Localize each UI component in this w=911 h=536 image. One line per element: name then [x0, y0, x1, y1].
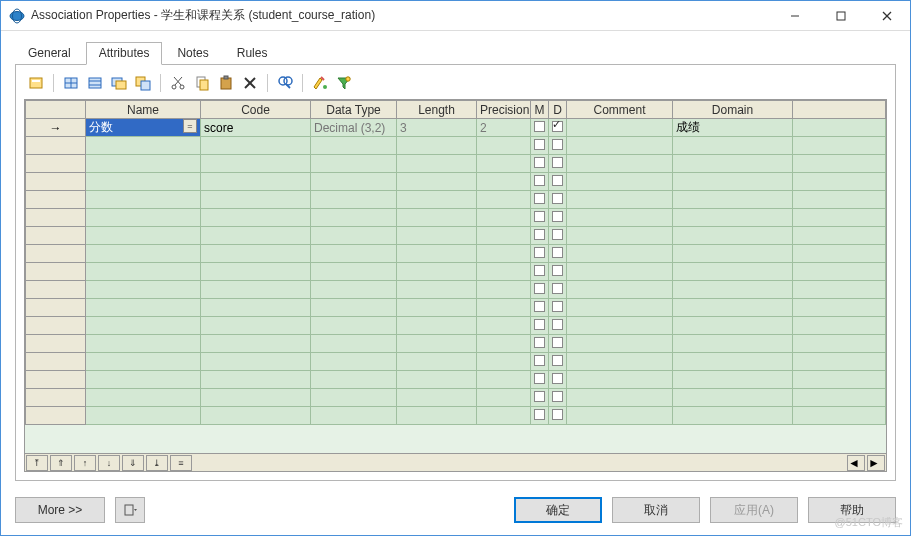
cell-length[interactable]	[397, 317, 477, 335]
cell-name[interactable]	[86, 209, 201, 227]
cell-length[interactable]	[397, 209, 477, 227]
m-checkbox[interactable]	[534, 355, 545, 366]
nav-last-icon[interactable]: ⤓	[146, 455, 168, 471]
cell-code[interactable]	[201, 407, 311, 425]
cell-comment[interactable]	[567, 335, 673, 353]
cell-precision[interactable]	[477, 281, 531, 299]
cell-domain[interactable]	[673, 299, 793, 317]
col-header-precision[interactable]: Precision	[477, 101, 531, 119]
cell-m[interactable]	[531, 371, 549, 389]
cell-comment[interactable]	[567, 137, 673, 155]
cell-m[interactable]	[531, 119, 549, 137]
cell-comment[interactable]	[567, 209, 673, 227]
cell-d[interactable]	[549, 353, 567, 371]
m-checkbox[interactable]	[534, 301, 545, 312]
col-header-name[interactable]: Name	[86, 101, 201, 119]
apply-button[interactable]: 应用(A)	[710, 497, 798, 523]
col-header-length[interactable]: Length	[397, 101, 477, 119]
cell-domain[interactable]	[673, 353, 793, 371]
m-checkbox[interactable]	[534, 373, 545, 384]
d-checkbox[interactable]	[552, 391, 563, 402]
cell-code[interactable]	[201, 137, 311, 155]
row-header[interactable]	[26, 353, 86, 371]
cell-length[interactable]	[397, 137, 477, 155]
cell-comment[interactable]	[567, 173, 673, 191]
cell-d[interactable]	[549, 263, 567, 281]
cell-datatype[interactable]	[311, 263, 397, 281]
cell-precision[interactable]	[477, 317, 531, 335]
cell-domain[interactable]	[673, 371, 793, 389]
d-checkbox[interactable]	[552, 139, 563, 150]
cell-code[interactable]	[201, 209, 311, 227]
delete-icon[interactable]	[240, 73, 260, 93]
cell-name[interactable]	[86, 389, 201, 407]
m-checkbox[interactable]	[534, 337, 545, 348]
filter-icon[interactable]	[334, 73, 354, 93]
col-header-code[interactable]: Code	[201, 101, 311, 119]
cell-comment[interactable]	[567, 281, 673, 299]
row-header[interactable]	[26, 389, 86, 407]
cell-d[interactable]	[549, 299, 567, 317]
m-checkbox[interactable]	[534, 175, 545, 186]
cell-name[interactable]	[86, 245, 201, 263]
add-rows-icon[interactable]	[109, 73, 129, 93]
cell-comment[interactable]	[567, 191, 673, 209]
cell-code[interactable]	[201, 191, 311, 209]
paste-icon[interactable]	[216, 73, 236, 93]
m-checkbox[interactable]	[534, 391, 545, 402]
cell-length[interactable]	[397, 155, 477, 173]
d-checkbox[interactable]	[552, 319, 563, 330]
cell-length[interactable]	[397, 281, 477, 299]
cell-code[interactable]	[201, 227, 311, 245]
copy-icon[interactable]	[192, 73, 212, 93]
row-header[interactable]	[26, 155, 86, 173]
cell-m[interactable]	[531, 407, 549, 425]
cell-precision[interactable]: 2	[477, 119, 531, 137]
cell-m[interactable]	[531, 317, 549, 335]
cell-datatype[interactable]	[311, 389, 397, 407]
d-checkbox[interactable]	[552, 229, 563, 240]
close-button[interactable]	[864, 1, 910, 31]
cell-domain[interactable]	[673, 245, 793, 263]
grid-corner[interactable]	[26, 101, 86, 119]
cell-comment[interactable]	[567, 119, 673, 137]
cell-precision[interactable]	[477, 173, 531, 191]
row-header[interactable]	[26, 371, 86, 389]
cell-precision[interactable]	[477, 389, 531, 407]
d-checkbox[interactable]	[552, 355, 563, 366]
cut-icon[interactable]	[168, 73, 188, 93]
properties-icon[interactable]	[26, 73, 46, 93]
nav-pagedown-icon[interactable]: ⇓	[122, 455, 144, 471]
cell-m[interactable]	[531, 281, 549, 299]
ok-button[interactable]: 确定	[514, 497, 602, 523]
cell-m[interactable]	[531, 137, 549, 155]
m-checkbox[interactable]	[534, 247, 545, 258]
cell-length[interactable]	[397, 335, 477, 353]
cell-length[interactable]	[397, 227, 477, 245]
row-header[interactable]	[26, 227, 86, 245]
cell-datatype[interactable]	[311, 335, 397, 353]
row-header[interactable]	[26, 335, 86, 353]
cell-d[interactable]	[549, 335, 567, 353]
duplicate-icon[interactable]	[133, 73, 153, 93]
cell-datatype[interactable]	[311, 407, 397, 425]
cell-name[interactable]	[86, 155, 201, 173]
nav-menu-icon[interactable]: ≡	[170, 455, 192, 471]
row-header[interactable]	[26, 209, 86, 227]
cell-d[interactable]	[549, 209, 567, 227]
cell-name[interactable]	[86, 263, 201, 281]
m-checkbox[interactable]	[534, 211, 545, 222]
nav-down-icon[interactable]: ↓	[98, 455, 120, 471]
cell-domain[interactable]	[673, 137, 793, 155]
tab-notes[interactable]: Notes	[164, 42, 221, 65]
cell-precision[interactable]	[477, 371, 531, 389]
cell-m[interactable]	[531, 299, 549, 317]
cell-length[interactable]: 3	[397, 119, 477, 137]
cell-code[interactable]	[201, 263, 311, 281]
cell-code[interactable]	[201, 317, 311, 335]
cell-domain[interactable]	[673, 191, 793, 209]
cell-length[interactable]	[397, 263, 477, 281]
cell-m[interactable]	[531, 209, 549, 227]
cell-domain[interactable]	[673, 317, 793, 335]
cell-comment[interactable]	[567, 263, 673, 281]
